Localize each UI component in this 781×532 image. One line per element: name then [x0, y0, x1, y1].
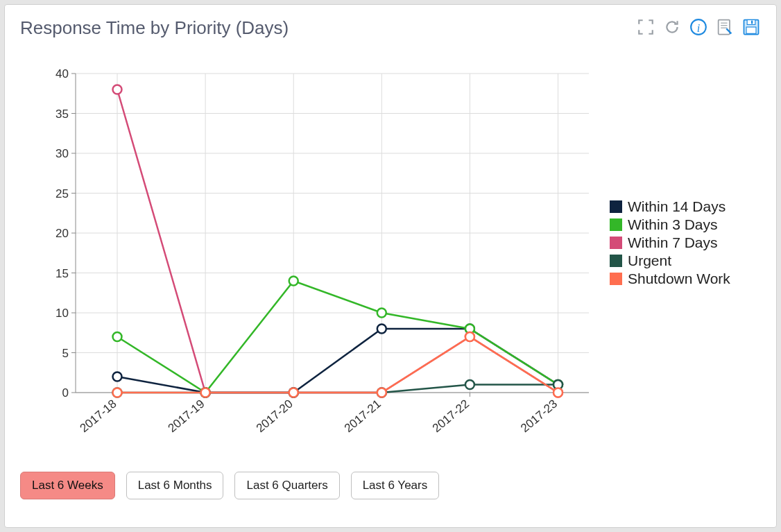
legend-item[interactable]: Within 14 Days — [610, 198, 730, 215]
legend-swatch — [610, 200, 622, 213]
legend-label: Urgent — [628, 252, 671, 269]
svg-rect-2 — [719, 20, 730, 35]
toolbar: i — [636, 17, 761, 37]
legend-swatch — [610, 255, 622, 267]
legend-item[interactable]: Within 3 Days — [610, 216, 730, 233]
series-point[interactable] — [465, 380, 474, 389]
legend-item[interactable]: Urgent — [610, 252, 730, 269]
chart-svg: 05101520253035402017-182017-192017-20201… — [20, 67, 596, 469]
range-button[interactable]: Last 6 Weeks — [20, 472, 115, 499]
svg-rect-9 — [751, 21, 753, 24]
svg-text:25: 25 — [55, 187, 69, 200]
series-point[interactable] — [377, 309, 386, 318]
series-point[interactable] — [113, 332, 122, 341]
fullscreen-icon[interactable] — [636, 17, 655, 37]
legend-item[interactable]: Shutdown Work — [610, 271, 730, 287]
range-button[interactable]: Last 6 Months — [126, 472, 224, 499]
legend: Within 14 DaysWithin 3 DaysWithin 7 Days… — [610, 198, 730, 289]
series-line — [117, 281, 558, 393]
range-button[interactable]: Last 6 Quarters — [234, 472, 339, 499]
series-point[interactable] — [289, 277, 298, 286]
svg-text:5: 5 — [62, 347, 69, 360]
chart-area: 05101520253035402017-182017-192017-20201… — [20, 67, 596, 455]
legend-label: Shutdown Work — [628, 271, 730, 287]
legend-label: Within 7 Days — [628, 234, 718, 251]
x-tick-label: 2017-22 — [430, 397, 472, 436]
svg-text:30: 30 — [55, 147, 69, 160]
svg-text:i: i — [697, 22, 701, 35]
range-button[interactable]: Last 6 Years — [351, 472, 440, 499]
svg-text:40: 40 — [55, 67, 69, 80]
legend-swatch — [610, 237, 622, 249]
edit-icon[interactable] — [715, 17, 735, 37]
range-buttons: Last 6 WeeksLast 6 MonthsLast 6 Quarters… — [20, 472, 761, 499]
legend-swatch — [610, 273, 622, 285]
refresh-icon[interactable] — [662, 17, 682, 37]
series-point[interactable] — [377, 325, 386, 334]
legend-item[interactable]: Within 7 Days — [610, 234, 730, 251]
series-line — [117, 329, 558, 393]
legend-label: Within 3 Days — [628, 216, 718, 233]
series-point[interactable] — [377, 388, 386, 397]
series-point[interactable] — [465, 332, 474, 341]
x-tick-label: 2017-20 — [254, 397, 295, 436]
save-icon[interactable] — [741, 17, 761, 37]
svg-text:10: 10 — [55, 307, 69, 320]
series-point[interactable] — [553, 388, 563, 397]
x-tick-label: 2017-19 — [166, 397, 207, 436]
chart-title: Response Time by Priority (Days) — [20, 17, 289, 39]
series-point[interactable] — [113, 85, 122, 94]
svg-text:20: 20 — [55, 227, 69, 240]
series-point[interactable] — [113, 372, 122, 381]
chart-panel: Response Time by Priority (Days) i 05101… — [4, 4, 777, 528]
panel-header: Response Time by Priority (Days) i — [20, 17, 761, 39]
svg-text:0: 0 — [62, 386, 69, 400]
svg-rect-8 — [746, 27, 756, 33]
info-icon[interactable]: i — [689, 17, 708, 37]
x-tick-label: 2017-18 — [78, 397, 119, 436]
legend-label: Within 14 Days — [628, 198, 726, 215]
x-tick-label: 2017-21 — [342, 397, 384, 436]
chart-body: 05101520253035402017-182017-192017-20201… — [20, 67, 761, 455]
svg-text:15: 15 — [55, 267, 69, 280]
svg-text:35: 35 — [55, 108, 69, 121]
legend-swatch — [610, 218, 622, 231]
x-tick-label: 2017-23 — [518, 397, 560, 436]
series-point[interactable] — [289, 388, 298, 397]
series-point[interactable] — [113, 388, 122, 397]
series-point[interactable] — [201, 388, 210, 397]
series-line — [117, 89, 558, 393]
